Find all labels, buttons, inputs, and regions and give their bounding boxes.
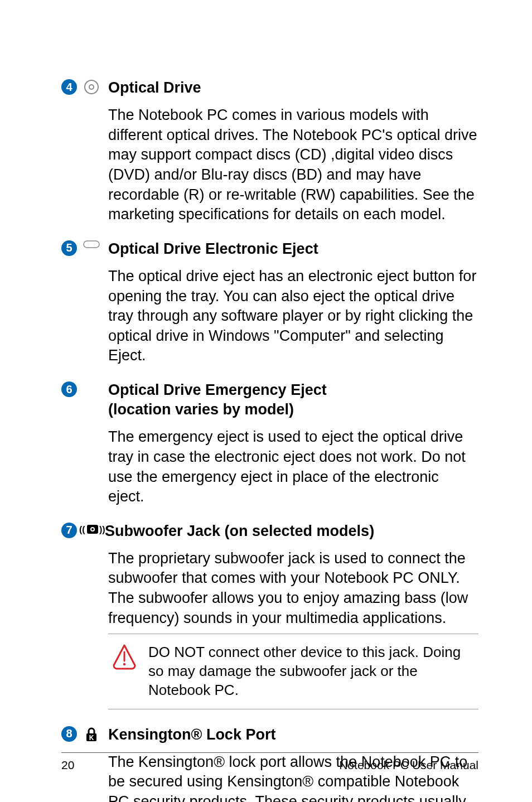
section-heading: Optical Drive Emergency Eject (location … bbox=[108, 380, 478, 419]
callout-number-4: 4 bbox=[61, 79, 77, 95]
section-content: Optical Drive The Notebook PC comes in v… bbox=[108, 78, 478, 225]
page: 4 Optical Drive The Notebook PC comes in… bbox=[0, 0, 532, 802]
callout-number-8: 8 bbox=[61, 726, 77, 742]
warning-icon bbox=[110, 643, 138, 673]
section-content: Optical Drive Emergency Eject (location … bbox=[108, 380, 478, 507]
gutter: 4 bbox=[61, 78, 108, 225]
section-heading: Subwoofer Jack (on selected models) bbox=[105, 521, 478, 541]
section-body: The emergency eject is used to eject the… bbox=[108, 427, 478, 507]
footer-title: Notebook PC User Manual bbox=[339, 758, 478, 772]
svg-text:K: K bbox=[89, 734, 94, 742]
section-heading: Optical Drive bbox=[108, 78, 478, 98]
callout-number-5: 5 bbox=[61, 240, 77, 256]
svg-point-1 bbox=[89, 85, 94, 89]
callout-number-6: 6 bbox=[61, 381, 77, 397]
warning-text: DO NOT connect other device to this jack… bbox=[148, 643, 476, 699]
svg-point-6 bbox=[91, 528, 94, 530]
svg-point-9 bbox=[123, 663, 125, 665]
svg-rect-2 bbox=[84, 241, 99, 248]
warning-note: DO NOT connect other device to this jack… bbox=[108, 634, 478, 709]
svg-point-0 bbox=[85, 80, 98, 94]
svg-text:((: (( bbox=[79, 525, 85, 534]
section-body: The Notebook PC comes in various models … bbox=[108, 105, 478, 225]
section-heading: Optical Drive Electronic Eject bbox=[108, 239, 478, 259]
subwoofer-icon: (( )) bbox=[79, 523, 106, 536]
section-body: The optical drive eject has an electroni… bbox=[108, 267, 478, 366]
section-optical-eject: 5 Optical Drive Electronic Eject The opt… bbox=[61, 239, 478, 366]
gutter: 7 (( )) bbox=[61, 521, 108, 629]
section-content: Subwoofer Jack (on selected models) The … bbox=[108, 521, 478, 629]
optical-drive-icon bbox=[83, 79, 100, 95]
callout-number-7: 7 bbox=[61, 523, 77, 538]
page-footer: 20 Notebook PC User Manual bbox=[61, 752, 478, 772]
page-number: 20 bbox=[61, 758, 74, 772]
gutter: 6 bbox=[61, 380, 108, 507]
eject-button-icon bbox=[83, 240, 100, 248]
section-optical-drive: 4 Optical Drive The Notebook PC comes in… bbox=[61, 78, 478, 225]
section-body: The proprietary subwoofer jack is used t… bbox=[108, 549, 478, 629]
section-heading: Kensington® Lock Port bbox=[108, 725, 478, 745]
section-content: Optical Drive Electronic Eject The optic… bbox=[108, 239, 478, 366]
section-emergency-eject: 6 Optical Drive Emergency Eject (locatio… bbox=[61, 380, 478, 507]
gutter: 5 bbox=[61, 239, 108, 366]
section-subwoofer: 7 (( )) Subwoofer Jack (on selected mode… bbox=[61, 521, 478, 629]
kensington-lock-icon: K bbox=[83, 726, 100, 743]
